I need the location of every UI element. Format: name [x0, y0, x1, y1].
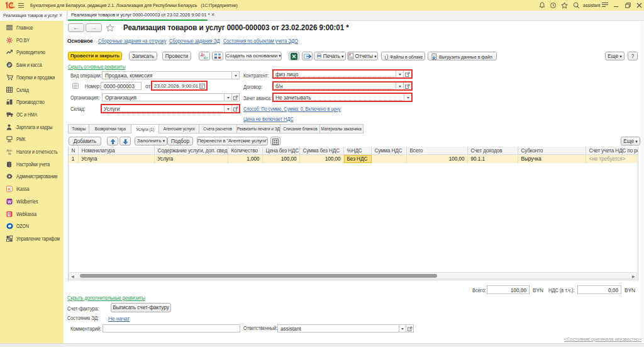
- svg-text:₽: ₽: [8, 62, 11, 68]
- svg-text:W: W: [8, 199, 12, 203]
- svg-text:%: %: [8, 152, 11, 156]
- svg-text:K: K: [8, 187, 11, 191]
